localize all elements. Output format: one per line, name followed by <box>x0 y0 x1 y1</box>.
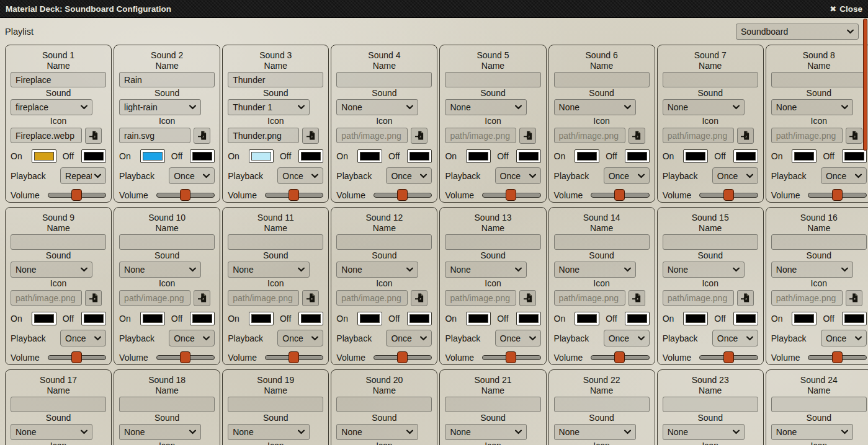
icon-path-input[interactable] <box>554 128 625 143</box>
on-color-swatch[interactable] <box>792 312 817 325</box>
playback-select[interactable]: Once <box>169 167 215 184</box>
sound-name-input[interactable] <box>663 397 758 412</box>
volume-slider[interactable] <box>48 189 106 201</box>
sound-select[interactable]: fireplace <box>11 99 92 115</box>
off-color-swatch[interactable] <box>733 312 758 325</box>
sound-name-input[interactable] <box>119 72 215 87</box>
playback-select[interactable]: Once <box>169 330 215 346</box>
sound-name-input[interactable] <box>336 397 432 412</box>
vertical-scrollbar-thumb[interactable] <box>863 19 867 151</box>
file-picker-button[interactable] <box>194 290 210 306</box>
on-color-swatch[interactable] <box>32 149 56 163</box>
off-color-swatch[interactable] <box>407 312 432 325</box>
file-picker-button[interactable] <box>302 128 319 144</box>
playback-select[interactable]: Once <box>495 330 541 346</box>
playback-select[interactable]: Once <box>277 167 323 184</box>
icon-path-input[interactable] <box>119 128 190 143</box>
sound-name-input[interactable] <box>11 234 106 250</box>
off-color-swatch[interactable] <box>190 312 215 325</box>
off-color-swatch[interactable] <box>407 149 432 163</box>
file-picker-button[interactable] <box>629 128 645 144</box>
sound-name-input[interactable] <box>554 397 650 412</box>
sound-name-input[interactable] <box>228 397 323 412</box>
sound-name-input[interactable] <box>11 397 106 412</box>
off-color-swatch[interactable] <box>842 149 867 163</box>
on-color-swatch[interactable] <box>466 149 491 163</box>
sound-select[interactable]: None <box>228 262 310 278</box>
off-color-swatch[interactable] <box>516 149 541 163</box>
playback-select[interactable]: Once <box>604 167 650 184</box>
off-color-swatch[interactable] <box>625 149 650 163</box>
volume-slider-thumb[interactable] <box>832 351 843 363</box>
file-picker-button[interactable] <box>194 128 210 144</box>
sound-select[interactable]: None <box>663 262 745 278</box>
volume-slider[interactable] <box>699 189 758 201</box>
volume-slider-thumb[interactable] <box>180 189 190 201</box>
sound-select[interactable]: None <box>554 262 636 278</box>
playback-select[interactable]: Once <box>712 167 758 184</box>
sound-name-input[interactable] <box>771 234 867 250</box>
sound-select[interactable]: None <box>445 424 527 440</box>
volume-slider-thumb[interactable] <box>397 351 408 363</box>
sound-select[interactable]: None <box>11 262 92 278</box>
file-picker-button[interactable] <box>519 290 536 306</box>
playback-select[interactable]: Repeat <box>60 167 106 184</box>
playback-select[interactable]: Once <box>495 167 541 184</box>
sound-select[interactable]: None <box>336 424 418 440</box>
off-color-swatch[interactable] <box>190 149 215 163</box>
volume-slider-thumb[interactable] <box>289 189 299 201</box>
sound-select[interactable]: None <box>771 424 853 440</box>
off-color-swatch[interactable] <box>516 312 541 325</box>
sound-name-input[interactable] <box>228 72 323 87</box>
sound-name-input[interactable] <box>336 72 432 87</box>
volume-slider[interactable] <box>156 351 215 363</box>
icon-path-input[interactable] <box>663 290 734 306</box>
icon-path-input[interactable] <box>119 290 190 306</box>
volume-slider[interactable] <box>591 189 649 201</box>
file-picker-button[interactable] <box>737 290 754 306</box>
sound-name-input[interactable] <box>119 234 215 250</box>
volume-slider[interactable] <box>156 189 215 201</box>
volume-slider-thumb[interactable] <box>397 189 408 201</box>
sound-select[interactable]: None <box>771 262 853 278</box>
sound-name-input[interactable] <box>445 234 540 250</box>
on-color-swatch[interactable] <box>792 149 817 163</box>
close-button[interactable]: ✖ Close <box>830 4 862 14</box>
volume-slider[interactable] <box>808 189 866 201</box>
sound-name-input[interactable] <box>445 72 540 87</box>
file-picker-button[interactable] <box>629 290 645 306</box>
volume-slider[interactable] <box>374 351 432 363</box>
off-color-swatch[interactable] <box>625 312 650 325</box>
volume-slider-thumb[interactable] <box>180 351 190 363</box>
sound-select[interactable]: None <box>663 424 745 440</box>
sound-name-input[interactable] <box>663 72 758 87</box>
volume-slider[interactable] <box>482 189 540 201</box>
volume-slider[interactable] <box>265 189 323 201</box>
volume-slider[interactable] <box>374 189 432 201</box>
on-color-swatch[interactable] <box>357 312 382 325</box>
volume-slider[interactable] <box>482 351 540 363</box>
sound-select[interactable]: None <box>445 99 527 115</box>
file-picker-button[interactable] <box>846 290 862 306</box>
sound-select[interactable]: None <box>445 262 527 278</box>
playback-select[interactable]: Once <box>386 330 432 346</box>
sound-name-input[interactable] <box>119 397 215 412</box>
file-picker-button[interactable] <box>519 128 536 144</box>
sound-select[interactable]: None <box>336 262 418 278</box>
sound-name-input[interactable] <box>445 397 540 412</box>
sound-select[interactable]: None <box>554 99 636 115</box>
file-picker-button[interactable] <box>85 128 102 144</box>
on-color-swatch[interactable] <box>466 312 491 325</box>
icon-path-input[interactable] <box>445 290 516 306</box>
file-picker-button[interactable] <box>411 290 427 306</box>
volume-slider-thumb[interactable] <box>506 351 516 363</box>
file-picker-button[interactable] <box>411 128 427 144</box>
volume-slider-thumb[interactable] <box>71 189 82 201</box>
icon-path-input[interactable] <box>771 290 843 306</box>
volume-slider-thumb[interactable] <box>832 189 843 201</box>
volume-slider-thumb[interactable] <box>506 189 516 201</box>
sound-select[interactable]: None <box>663 99 745 115</box>
on-color-swatch[interactable] <box>575 312 599 325</box>
sound-name-input[interactable] <box>554 72 650 87</box>
playback-select[interactable]: Once <box>821 167 867 184</box>
